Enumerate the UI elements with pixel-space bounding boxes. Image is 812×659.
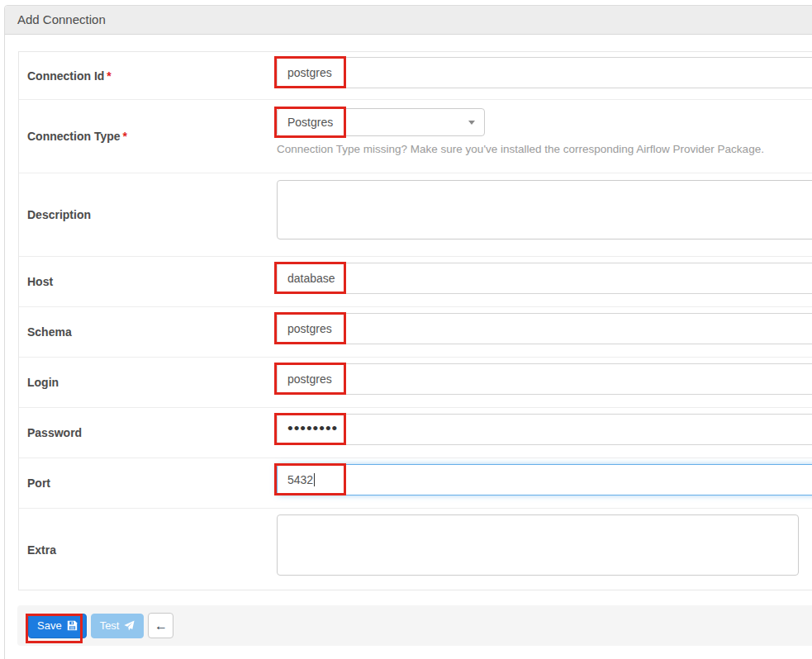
login-label: Login	[19, 376, 59, 389]
connection-id-input[interactable]: postgres	[277, 57, 812, 88]
schema-input[interactable]: postgres	[277, 313, 812, 344]
connection-type-help-text: Connection Type missing? Make sure you'v…	[277, 143, 764, 155]
form-row-connection-type: Connection Type* Postgres Connection Typ…	[19, 99, 812, 173]
port-label: Port	[19, 476, 50, 490]
caret-down-icon	[468, 121, 475, 125]
form-row-schema: Schema postgres	[19, 306, 812, 357]
required-asterisk: *	[107, 69, 111, 83]
form-row-login: Login postgres	[19, 357, 812, 407]
password-input[interactable]: ••••••••	[277, 414, 812, 445]
extra-textarea[interactable]	[277, 514, 799, 576]
form-row-description: Description	[19, 173, 812, 256]
password-label: Password	[19, 426, 82, 439]
text-cursor	[314, 473, 315, 486]
host-input[interactable]: database	[277, 263, 812, 294]
form-row-port: Port 5432	[19, 458, 812, 508]
form-button-bar: Save Test ←	[17, 605, 812, 646]
add-connection-panel: Add Connection Connection Id* postgres C…	[4, 5, 812, 659]
host-label: Host	[19, 275, 53, 288]
extra-label: Extra	[19, 543, 56, 557]
schema-label: Schema	[19, 325, 72, 339]
test-button[interactable]: Test	[91, 614, 145, 638]
connection-type-label: Connection Type*	[19, 130, 127, 143]
required-asterisk: *	[123, 130, 127, 143]
description-textarea[interactable]	[277, 180, 812, 239]
page-title: Add Connection	[17, 12, 106, 26]
save-button[interactable]: Save	[28, 614, 87, 638]
description-label: Description	[19, 208, 91, 221]
floppy-disk-icon	[67, 620, 78, 631]
connection-form: Connection Id* postgres Connection Type*…	[18, 51, 812, 590]
form-row-extra: Extra	[19, 508, 812, 591]
back-button[interactable]: ←	[148, 613, 173, 638]
login-input[interactable]: postgres	[277, 363, 812, 395]
form-row-password: Password ••••••••	[19, 407, 812, 458]
paper-plane-icon	[124, 620, 135, 631]
connection-id-label: Connection Id*	[19, 69, 112, 83]
form-row-connection-id: Connection Id* postgres	[19, 52, 812, 99]
port-input[interactable]: 5432	[277, 464, 812, 495]
connection-type-select[interactable]: Postgres	[277, 108, 485, 136]
panel-heading: Add Connection	[5, 6, 812, 35]
form-row-host: Host database	[19, 256, 812, 306]
arrow-left-icon: ←	[154, 619, 168, 633]
